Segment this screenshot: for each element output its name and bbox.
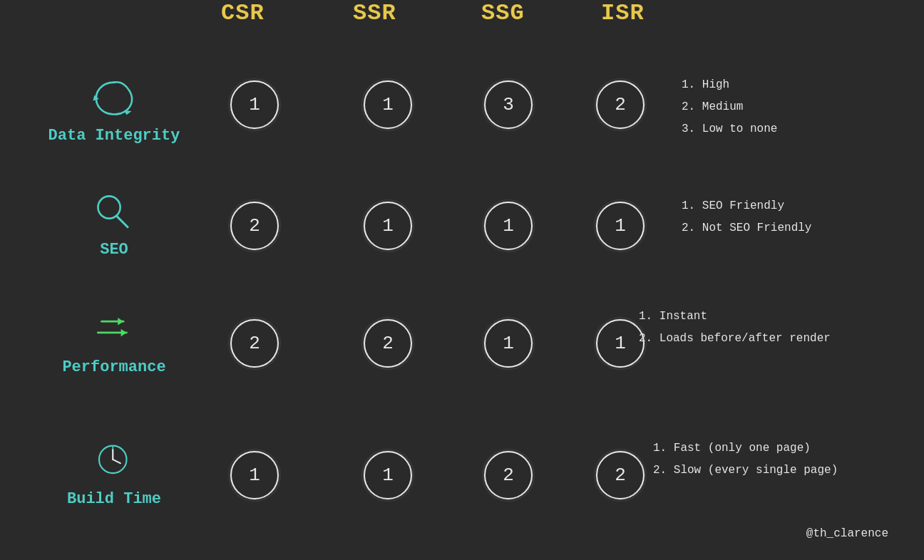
di-isr-circle: 2: [596, 81, 645, 129]
di-legend-3: 3. Low to none: [682, 119, 910, 140]
seo-legend-1: 1. SEO Friendly: [682, 196, 910, 217]
perf-ssr-circle: 2: [364, 319, 412, 368]
bt-ssg-circle: 2: [484, 451, 533, 499]
seo-isr-circle: 1: [596, 202, 645, 250]
bt-ssr-circle: 1: [364, 451, 412, 499]
svg-marker-1: [124, 110, 132, 115]
data-integrity-icon: [89, 75, 139, 121]
perf-csr-circle: 2: [230, 319, 279, 368]
svg-line-3: [116, 216, 128, 227]
performance-icon: [89, 306, 139, 353]
bt-legend-2: 2. Slow (every single page): [653, 460, 910, 481]
svg-line-10: [113, 460, 120, 463]
data-integrity-icon-area: Data Integrity: [43, 75, 185, 145]
svg-marker-5: [118, 318, 123, 326]
di-legend-2: 2. Medium: [682, 97, 910, 118]
perf-legend: 1. Instant 2. Loads before/after render: [639, 306, 910, 351]
seo-label: SEO: [100, 241, 128, 259]
di-legend-1: 1. High: [682, 75, 910, 95]
di-legend: 1. High 2. Medium 3. Low to none: [682, 75, 910, 140]
build-time-label: Build Time: [67, 490, 161, 508]
seo-csr-circle: 2: [230, 202, 279, 250]
bt-legend-1: 1. Fast (only one page): [653, 438, 910, 459]
data-integrity-label: Data Integrity: [48, 127, 180, 145]
svg-marker-0: [91, 94, 99, 101]
build-time-icon: [89, 438, 139, 484]
seo-icon: [89, 189, 139, 235]
seo-ssr-circle: 1: [364, 202, 412, 250]
performance-icon-area: Performance: [43, 306, 185, 376]
perf-legend-2: 2. Loads before/after render: [639, 328, 910, 349]
col-csr: CSR: [221, 0, 265, 26]
perf-legend-1: 1. Instant: [639, 306, 910, 327]
di-ssr-circle: 1: [364, 81, 412, 129]
build-time-icon-area: Build Time: [43, 438, 185, 508]
performance-label: Performance: [62, 358, 165, 376]
perf-ssg-circle: 1: [484, 319, 533, 368]
di-csr-circle: 1: [230, 81, 279, 129]
col-ssg: SSG: [481, 0, 525, 26]
bt-isr-circle: 2: [596, 451, 645, 499]
col-ssr: SSR: [353, 0, 396, 26]
svg-marker-7: [121, 329, 127, 337]
seo-legend-2: 2. Not SEO Friendly: [682, 218, 910, 239]
page: CSR SSR SSG ISR Data Integrity 1 1: [0, 0, 924, 560]
bt-csr-circle: 1: [230, 451, 279, 499]
perf-isr-circle: 1: [596, 319, 645, 368]
di-ssg-circle: 3: [484, 81, 533, 129]
seo-icon-area: SEO: [43, 189, 185, 259]
seo-ssg-circle: 1: [484, 202, 533, 250]
col-isr: ISR: [601, 0, 645, 26]
seo-legend: 1. SEO Friendly 2. Not SEO Friendly: [682, 196, 910, 240]
attribution: @th_clarence: [806, 527, 888, 540]
bt-legend: 1. Fast (only one page) 2. Slow (every s…: [653, 438, 910, 482]
